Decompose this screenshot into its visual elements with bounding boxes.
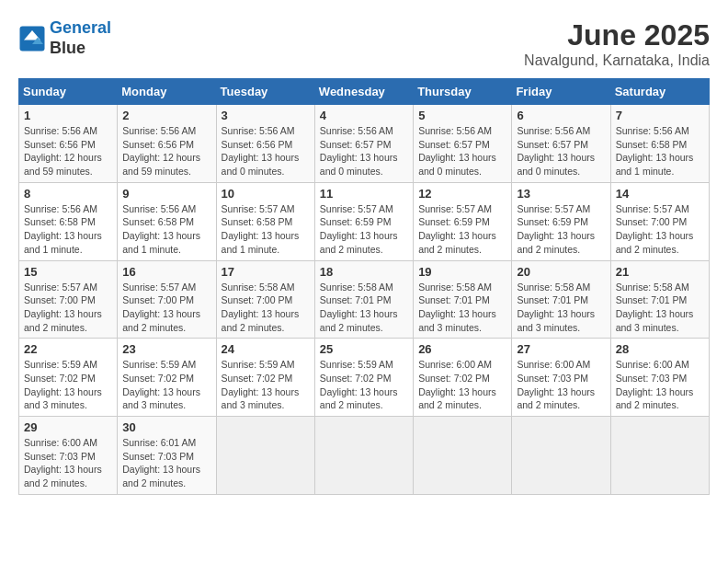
table-cell: 29Sunrise: 6:00 AMSunset: 7:03 PMDayligh…	[19, 417, 118, 495]
day-info: Sunrise: 5:56 AMSunset: 6:58 PMDaylight:…	[616, 124, 704, 178]
day-info: Sunrise: 5:56 AMSunset: 6:57 PMDaylight:…	[320, 124, 408, 178]
logo-text-blue: Blue	[50, 39, 85, 57]
day-number: 28	[616, 342, 704, 356]
header-sunday: Sunday	[19, 79, 118, 105]
day-number: 20	[517, 265, 605, 279]
day-info: Sunrise: 5:56 AMSunset: 6:56 PMDaylight:…	[24, 124, 112, 178]
table-cell	[216, 417, 314, 495]
day-info: Sunrise: 5:56 AMSunset: 6:58 PMDaylight:…	[122, 202, 210, 257]
day-number: 21	[616, 265, 704, 279]
day-number: 10	[222, 187, 310, 201]
table-cell	[512, 417, 610, 495]
day-number: 23	[122, 342, 210, 356]
table-cell: 2Sunrise: 5:56 AMSunset: 6:56 PMDaylight…	[118, 105, 216, 183]
table-cell: 15Sunrise: 5:57 AMSunset: 7:00 PMDayligh…	[19, 260, 118, 339]
day-info: Sunrise: 5:57 AMSunset: 7:00 PMDaylight:…	[616, 202, 704, 257]
table-row: 1Sunrise: 5:56 AMSunset: 6:56 PMDaylight…	[19, 105, 710, 183]
day-info: Sunrise: 5:58 AMSunset: 7:00 PMDaylight:…	[222, 281, 310, 335]
day-info: Sunrise: 6:00 AMSunset: 7:03 PMDaylight:…	[616, 358, 704, 412]
table-row: 8Sunrise: 5:56 AMSunset: 6:58 PMDaylight…	[19, 182, 710, 260]
logo-text-general: General	[50, 18, 111, 37]
day-info: Sunrise: 5:57 AMSunset: 6:59 PMDaylight:…	[418, 202, 506, 257]
table-cell: 25Sunrise: 5:59 AMSunset: 7:02 PMDayligh…	[314, 339, 413, 417]
table-cell: 12Sunrise: 5:57 AMSunset: 6:59 PMDayligh…	[414, 182, 512, 260]
day-info: Sunrise: 5:58 AMSunset: 7:01 PMDaylight:…	[320, 281, 408, 335]
day-number: 22	[24, 342, 112, 356]
day-info: Sunrise: 5:59 AMSunset: 7:02 PMDaylight:…	[122, 358, 210, 412]
day-info: Sunrise: 5:59 AMSunset: 7:02 PMDaylight:…	[320, 358, 408, 412]
page-header: General Blue June 2025 Navalgund, Karnat…	[18, 18, 710, 69]
day-number: 3	[222, 109, 310, 122]
day-number: 16	[122, 265, 210, 279]
day-number: 2	[122, 109, 210, 122]
days-header-row: Sunday Monday Tuesday Wednesday Thursday…	[19, 79, 710, 105]
day-number: 8	[24, 187, 112, 201]
table-cell: 14Sunrise: 5:57 AMSunset: 7:00 PMDayligh…	[610, 182, 709, 260]
day-info: Sunrise: 5:57 AMSunset: 6:59 PMDaylight:…	[320, 202, 408, 257]
table-cell	[610, 417, 709, 495]
table-row: 29Sunrise: 6:00 AMSunset: 7:03 PMDayligh…	[19, 417, 710, 495]
day-info: Sunrise: 5:57 AMSunset: 7:00 PMDaylight:…	[24, 281, 112, 335]
table-cell: 5Sunrise: 5:56 AMSunset: 6:57 PMDaylight…	[414, 105, 512, 183]
table-cell: 16Sunrise: 5:57 AMSunset: 7:00 PMDayligh…	[118, 260, 216, 339]
day-number: 25	[320, 342, 408, 356]
table-cell: 13Sunrise: 5:57 AMSunset: 6:59 PMDayligh…	[512, 182, 610, 260]
day-info: Sunrise: 5:56 AMSunset: 6:57 PMDaylight:…	[418, 124, 506, 178]
calendar-subtitle: Navalgund, Karnataka, India	[524, 52, 710, 69]
day-number: 19	[418, 265, 506, 279]
table-cell: 30Sunrise: 6:01 AMSunset: 7:03 PMDayligh…	[118, 417, 216, 495]
day-number: 9	[122, 187, 210, 201]
day-info: Sunrise: 5:58 AMSunset: 7:01 PMDaylight:…	[517, 281, 605, 335]
table-row: 22Sunrise: 5:59 AMSunset: 7:02 PMDayligh…	[19, 339, 710, 417]
table-cell: 24Sunrise: 5:59 AMSunset: 7:02 PMDayligh…	[216, 339, 314, 417]
table-cell: 27Sunrise: 6:00 AMSunset: 7:03 PMDayligh…	[512, 339, 610, 417]
table-cell: 1Sunrise: 5:56 AMSunset: 6:56 PMDaylight…	[19, 105, 118, 183]
table-cell: 10Sunrise: 5:57 AMSunset: 6:58 PMDayligh…	[216, 182, 314, 260]
logo: General Blue	[18, 18, 111, 58]
table-row: 15Sunrise: 5:57 AMSunset: 7:00 PMDayligh…	[19, 260, 710, 339]
table-cell: 23Sunrise: 5:59 AMSunset: 7:02 PMDayligh…	[118, 339, 216, 417]
day-number: 5	[418, 109, 506, 122]
calendar-title: June 2025	[524, 18, 710, 52]
header-monday: Monday	[118, 79, 216, 105]
day-number: 17	[222, 265, 310, 279]
day-info: Sunrise: 5:57 AMSunset: 6:59 PMDaylight:…	[517, 202, 605, 257]
day-number: 29	[24, 420, 112, 434]
day-number: 4	[320, 109, 408, 122]
table-cell: 28Sunrise: 6:00 AMSunset: 7:03 PMDayligh…	[610, 339, 709, 417]
table-cell: 3Sunrise: 5:56 AMSunset: 6:56 PMDaylight…	[216, 105, 314, 183]
table-cell: 21Sunrise: 5:58 AMSunset: 7:01 PMDayligh…	[610, 260, 709, 339]
table-cell	[414, 417, 512, 495]
title-section: June 2025 Navalgund, Karnataka, India	[524, 18, 710, 69]
day-info: Sunrise: 5:57 AMSunset: 6:58 PMDaylight:…	[222, 202, 310, 257]
day-number: 12	[418, 187, 506, 201]
day-info: Sunrise: 5:59 AMSunset: 7:02 PMDaylight:…	[24, 358, 112, 412]
table-cell: 4Sunrise: 5:56 AMSunset: 6:57 PMDaylight…	[314, 105, 413, 183]
day-info: Sunrise: 5:58 AMSunset: 7:01 PMDaylight:…	[616, 281, 704, 335]
day-number: 7	[616, 109, 704, 122]
table-cell: 22Sunrise: 5:59 AMSunset: 7:02 PMDayligh…	[19, 339, 118, 417]
day-info: Sunrise: 6:00 AMSunset: 7:02 PMDaylight:…	[418, 358, 506, 412]
table-cell: 8Sunrise: 5:56 AMSunset: 6:58 PMDaylight…	[19, 182, 118, 260]
day-number: 11	[320, 187, 408, 201]
table-cell: 7Sunrise: 5:56 AMSunset: 6:58 PMDaylight…	[610, 105, 709, 183]
day-number: 30	[122, 420, 210, 434]
table-cell: 11Sunrise: 5:57 AMSunset: 6:59 PMDayligh…	[314, 182, 413, 260]
day-info: Sunrise: 5:59 AMSunset: 7:02 PMDaylight:…	[222, 358, 310, 412]
day-info: Sunrise: 5:56 AMSunset: 6:56 PMDaylight:…	[222, 124, 310, 178]
header-friday: Friday	[512, 79, 610, 105]
day-number: 6	[517, 109, 605, 122]
header-saturday: Saturday	[610, 79, 709, 105]
header-tuesday: Tuesday	[216, 79, 314, 105]
day-info: Sunrise: 6:00 AMSunset: 7:03 PMDaylight:…	[24, 436, 112, 490]
day-info: Sunrise: 6:00 AMSunset: 7:03 PMDaylight:…	[517, 358, 605, 412]
table-cell	[314, 417, 413, 495]
logo-icon	[18, 25, 46, 52]
day-info: Sunrise: 6:01 AMSunset: 7:03 PMDaylight:…	[122, 436, 210, 490]
day-info: Sunrise: 5:57 AMSunset: 7:00 PMDaylight:…	[122, 281, 210, 335]
table-cell: 26Sunrise: 6:00 AMSunset: 7:02 PMDayligh…	[414, 339, 512, 417]
day-number: 14	[616, 187, 704, 201]
day-number: 24	[222, 342, 310, 356]
day-number: 27	[517, 342, 605, 356]
day-info: Sunrise: 5:56 AMSunset: 6:58 PMDaylight:…	[24, 202, 112, 257]
